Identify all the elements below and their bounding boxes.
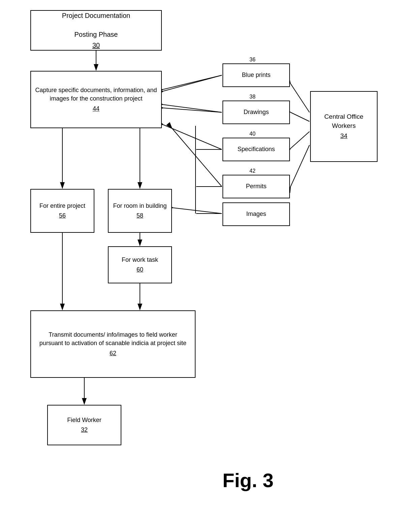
work-task-box: For work task 60 bbox=[108, 246, 172, 283]
permits-label: Permits bbox=[246, 182, 266, 191]
drawings-box: Drawings bbox=[222, 101, 290, 124]
entire-project-ref: 56 bbox=[59, 212, 66, 220]
specifications-box: Specifications bbox=[222, 138, 290, 161]
svg-line-22 bbox=[291, 132, 309, 148]
svg-line-11 bbox=[163, 75, 222, 91]
central-office-box: Central Office Workers 34 bbox=[310, 91, 378, 162]
work-task-ref: 60 bbox=[137, 265, 143, 274]
ref-40-label: 40 bbox=[249, 131, 256, 137]
svg-line-20 bbox=[291, 84, 309, 112]
room-building-ref: 58 bbox=[137, 212, 143, 220]
room-building-label: For room in building bbox=[113, 202, 167, 210]
capture-box: Capture specific documents, information,… bbox=[30, 71, 162, 128]
ref-36-label: 36 bbox=[249, 57, 256, 63]
work-task-label: For work task bbox=[122, 256, 158, 264]
central-office-label: Central Office Workers bbox=[314, 112, 374, 130]
blue-prints-box: Blue prints bbox=[222, 63, 290, 87]
images-label: Images bbox=[246, 210, 266, 218]
central-office-ref: 34 bbox=[340, 132, 347, 141]
fig-label: Fig. 3 bbox=[222, 469, 273, 492]
transmit-ref: 62 bbox=[110, 349, 116, 358]
svg-line-9 bbox=[163, 75, 222, 89]
svg-line-17 bbox=[163, 125, 222, 149]
svg-line-18 bbox=[172, 128, 222, 187]
svg-line-12 bbox=[163, 108, 222, 112]
capture-ref: 44 bbox=[93, 105, 99, 113]
diagram: Project Documentation Posting Phase 30 C… bbox=[0, 0, 418, 532]
blue-prints-label: Blue prints bbox=[242, 71, 270, 79]
svg-line-21 bbox=[291, 112, 309, 121]
drawings-label: Drawings bbox=[243, 108, 269, 116]
specifications-label: Specifications bbox=[237, 145, 275, 153]
ref-42-label: 42 bbox=[249, 168, 256, 174]
field-worker-ref: 32 bbox=[81, 426, 88, 434]
field-worker-label: Field Worker bbox=[67, 416, 101, 424]
svg-line-23 bbox=[291, 145, 309, 187]
room-building-box: For room in building 58 bbox=[108, 189, 172, 233]
posting-phase-label: Project Documentation Posting Phase bbox=[62, 11, 130, 39]
capture-label: Capture specific documents, information,… bbox=[34, 86, 158, 103]
entire-project-label: For entire project bbox=[39, 202, 85, 210]
field-worker-box: Field Worker 32 bbox=[47, 405, 121, 445]
svg-line-10 bbox=[163, 105, 222, 112]
posting-phase-box: Project Documentation Posting Phase 30 bbox=[30, 10, 162, 51]
entire-project-box: For entire project 56 bbox=[30, 189, 94, 233]
images-box: Images bbox=[222, 202, 290, 226]
ref-38-label: 38 bbox=[249, 94, 256, 100]
svg-line-19 bbox=[173, 208, 222, 214]
posting-phase-ref: 30 bbox=[92, 40, 100, 50]
transmit-label: Transmit documents/ info/images to field… bbox=[36, 331, 190, 347]
transmit-box: Transmit documents/ info/images to field… bbox=[30, 310, 196, 378]
permits-box: Permits bbox=[222, 175, 290, 198]
